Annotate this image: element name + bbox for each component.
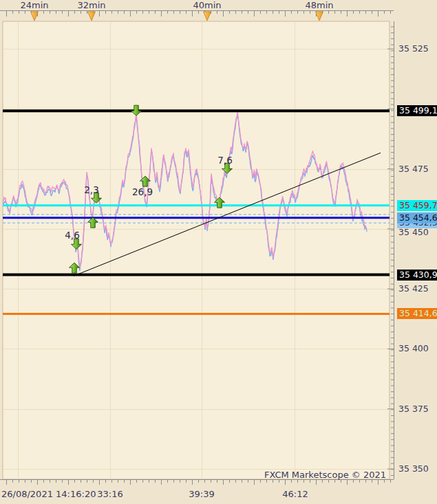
elapsed-time-label: 40min <box>193 0 221 10</box>
signal-label: 7,6 <box>217 155 232 166</box>
watermark: FXCM Marketscope © 2021 <box>264 470 386 480</box>
price-tick-label: 35 375 <box>398 404 437 414</box>
price-level-badge: 35 459,76 <box>397 200 437 211</box>
elapsed-time-label: 24min <box>20 0 48 10</box>
elapsed-time-label: 48min <box>305 0 333 10</box>
signal-label: 2,3 <box>84 184 98 195</box>
chart-canvas[interactable]: 2,34,626,97,6 <box>0 0 437 504</box>
time-tick-label: 46:12 <box>282 489 308 498</box>
price-tick-label: 35 425 <box>398 284 437 294</box>
price-level-badge: 35 499,18 <box>397 105 437 116</box>
price-tick-label: 35 450 <box>398 228 437 237</box>
plot-area[interactable] <box>3 21 390 479</box>
signal-label: 4,6 <box>65 230 79 241</box>
price-level-badge: 35 430,91 <box>397 270 437 281</box>
price-tick-label: 35 525 <box>398 44 437 54</box>
price-level-badge: 35 414,62 <box>397 308 437 319</box>
time-tick-label: 33:16 <box>97 489 122 498</box>
price-tick-label: 35 400 <box>398 344 437 353</box>
price-tick-label: 35 475 <box>398 164 437 174</box>
elapsed-time-label: 32min <box>77 0 105 10</box>
price-tick-label: 35 350 <box>398 464 437 474</box>
chart-window: 2,34,626,97,6 24min32min40min48min 35 52… <box>0 0 437 504</box>
signal-label: 26,9 <box>132 186 153 197</box>
price-level-badge: 35 454,65 <box>397 212 437 223</box>
time-tick-label: 39:39 <box>189 489 214 498</box>
time-tick-label: 26/08/2021 14:16:20 <box>1 489 96 498</box>
